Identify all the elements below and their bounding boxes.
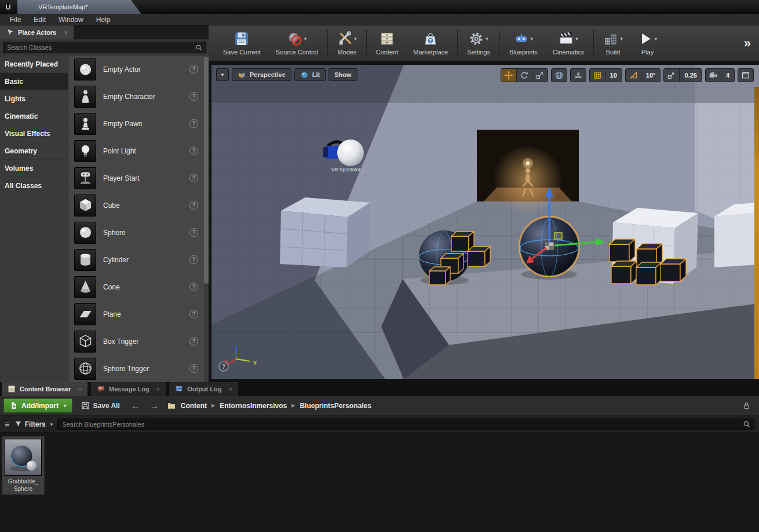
filters-button[interactable]: Filters ▾ (14, 420, 53, 428)
rotation-snap-value[interactable]: 10° (641, 69, 661, 82)
viewport-scene[interactable]: VR Spectator X Y ? (211, 65, 759, 379)
place-actors-tab[interactable]: Place Actors × (0, 25, 74, 39)
source-control-button[interactable]: ▾ Source Control (268, 25, 326, 61)
menu-file[interactable]: File (3, 16, 27, 24)
show-button[interactable]: Show (329, 68, 357, 81)
camera-speed-button[interactable] (706, 69, 721, 82)
category-geometry[interactable]: Geometry (0, 142, 68, 160)
category-lights[interactable]: Lights (0, 90, 68, 108)
modes-icon (337, 31, 352, 46)
breadcrumb-content[interactable]: Content (181, 402, 207, 410)
perspective-button[interactable]: Perspective (232, 68, 291, 81)
ue-logo-icon (3, 2, 13, 12)
lit-button[interactable]: Lit (294, 68, 326, 81)
scale-snap-value[interactable]: 0.25 (679, 69, 701, 82)
lock-icon (742, 401, 751, 410)
toolbar-separator (457, 30, 458, 56)
move-tool-button[interactable] (501, 69, 516, 82)
search-classes-input[interactable] (3, 42, 205, 53)
settings-button[interactable]: ▾ Settings (459, 25, 498, 61)
search-assets-input[interactable] (58, 419, 754, 430)
empty-character-icon (78, 89, 93, 104)
breadcrumb-blueprintspersonales[interactable]: BlueprintsPersonales (300, 402, 371, 410)
category-recently-placed[interactable]: Recently Placed (0, 56, 68, 73)
save-current-button[interactable]: Save Current (216, 25, 268, 61)
scale-snap-toggle[interactable] (664, 69, 679, 82)
help-icon[interactable]: ? (219, 362, 228, 371)
surface-snap-button[interactable] (571, 69, 586, 82)
forward-arrow-icon[interactable]: → (148, 401, 162, 411)
maximize-viewport-button[interactable] (738, 69, 753, 82)
category-basic[interactable]: Basic (0, 73, 68, 90)
category-volumes[interactable]: Volumes (0, 160, 68, 177)
add-import-button[interactable]: Add/Import ▾ (3, 398, 72, 413)
build-button[interactable]: ▾ Build (596, 25, 630, 61)
source-control-icon (287, 31, 302, 46)
content-browser-panel: Content Browser × Message Log × Output L… (0, 382, 759, 532)
caret-down-icon: ▾ (50, 421, 53, 427)
scene-gray-cube[interactable] (280, 197, 370, 267)
menu-window[interactable]: Window (52, 16, 90, 24)
modes-button[interactable]: ▾ Modes (330, 25, 364, 61)
place-item-cylinder[interactable]: Cylinder ? (68, 246, 209, 273)
place-item-empty-actor[interactable]: Empty Actor ? (68, 56, 209, 83)
blueprints-button[interactable]: ▾ Blueprints (502, 25, 545, 61)
marketplace-button[interactable]: Marketplace (406, 25, 455, 61)
close-icon[interactable]: × (64, 29, 67, 36)
level-viewport[interactable]: VR Spectator X Y ? ▼ (211, 65, 759, 379)
place-item-box-trigger[interactable]: Box Trigger ? (68, 328, 209, 355)
save-all-button[interactable]: Save All (78, 401, 123, 410)
rotate-tool-button[interactable] (516, 69, 532, 82)
player-start-icon (78, 170, 93, 186)
cinematics-button[interactable]: ▾ Cinematics (545, 25, 592, 61)
save-icon (234, 31, 249, 46)
level-tab[interactable]: VRTemplateMap* (17, 0, 141, 14)
place-item-sphere-trigger[interactable]: Sphere Trigger ? (68, 355, 209, 382)
category-cinematic[interactable]: Cinematic (0, 108, 68, 125)
scale-tool-button[interactable] (532, 69, 548, 82)
camera-speed-value[interactable]: 4 (721, 69, 734, 82)
gizmo-plane-handle[interactable] (554, 233, 562, 239)
place-item-cone[interactable]: Cone ? (68, 273, 209, 300)
lock-icon[interactable] (742, 401, 751, 410)
tab-message-log[interactable]: Message Log × (91, 382, 166, 396)
breadcrumb-separator-icon: ▶ (291, 403, 295, 408)
place-item-empty-pawn[interactable]: Empty Pawn ? (68, 110, 209, 137)
content-button[interactable]: Content (368, 25, 406, 61)
toolbar-overflow-button[interactable]: » (738, 36, 757, 51)
category-all-classes[interactable]: All Classes (0, 177, 68, 195)
rotation-snap-toggle[interactable] (626, 69, 641, 82)
viewport-options-button[interactable]: ▼ (216, 68, 229, 81)
place-item-player-start[interactable]: Player Start ? (68, 164, 209, 192)
back-arrow-icon[interactable]: ← (129, 401, 143, 411)
close-icon[interactable]: × (78, 386, 82, 392)
place-item-plane[interactable]: Plane ? (68, 300, 209, 328)
scrollbar-thumb[interactable] (204, 57, 209, 284)
item-thumbnail (74, 195, 96, 217)
category-visual-effects[interactable]: Visual Effects (0, 125, 68, 142)
sources-panel-toggle[interactable]: ≡ (5, 419, 10, 429)
tab-output-log[interactable]: Output Log × (169, 382, 238, 396)
menu-help[interactable]: Help (90, 16, 117, 24)
breadcrumb-entornosinmersivos[interactable]: EntornosInmersivos (220, 402, 287, 410)
grid-snap-value[interactable]: 10 (605, 69, 622, 82)
close-icon[interactable]: × (156, 386, 160, 392)
show-label: Show (334, 71, 351, 78)
item-thumbnail (74, 276, 96, 298)
toolbar-separator (366, 30, 367, 56)
play-button[interactable]: ▾ Play (630, 25, 665, 61)
place-item-empty-character[interactable]: Empty Character ? (68, 83, 209, 110)
scrollbar-track[interactable] (204, 56, 209, 382)
toolbar-button-label: Modes (337, 49, 356, 56)
viewport-edge-strip (754, 87, 759, 379)
tab-content-browser[interactable]: Content Browser × (2, 382, 87, 396)
place-item-sphere[interactable]: Sphere ? (68, 219, 209, 246)
grid-snap-toggle[interactable] (590, 69, 605, 82)
place-item-point-light[interactable]: Point Light ? (68, 137, 209, 164)
menu-edit[interactable]: Edit (27, 16, 52, 24)
close-icon[interactable]: × (228, 386, 232, 392)
place-item-cube[interactable]: Cube ? (68, 192, 209, 219)
grid-snap-group: 10 (589, 68, 622, 82)
world-local-toggle[interactable] (552, 69, 567, 82)
asset-grabbable-sphere[interactable]: Grabbable_Sphere (2, 436, 45, 495)
